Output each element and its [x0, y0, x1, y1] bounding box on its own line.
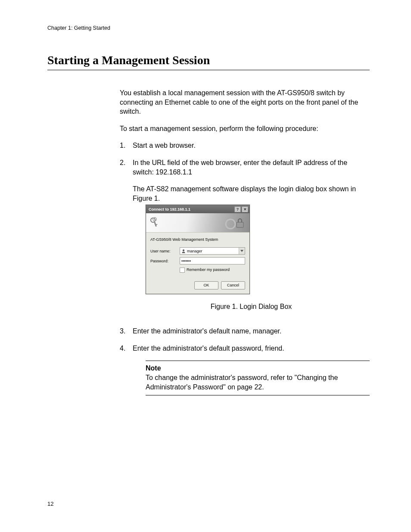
password-label: Password: [150, 258, 180, 264]
username-field[interactable]: manager [180, 247, 245, 255]
page-number: 12 [47, 501, 53, 507]
question-icon: ? [237, 208, 239, 211]
step-1: 1. Start a web browser. [120, 141, 370, 150]
step-number: 4. [120, 344, 133, 353]
dialog-subtitle: AT-GS950/8 Web Management System [150, 237, 245, 242]
svg-rect-1 [154, 221, 157, 227]
step-subtext: The AT-S82 management software displays … [133, 184, 370, 203]
login-dialog: Connect to 192.168.1.1 ? ✕ [146, 205, 250, 294]
section-title: Starting a Management Session [47, 53, 370, 70]
username-dropdown[interactable] [239, 248, 245, 254]
figure-login-dialog: Connect to 192.168.1.1 ? ✕ [146, 205, 370, 294]
remember-label: Remember my password [187, 267, 230, 272]
close-icon: ✕ [243, 208, 247, 211]
note-block: Note To change the administrator's passw… [146, 361, 370, 395]
user-icon [181, 249, 186, 253]
figure-caption: Figure 1. Login Dialog Box [133, 302, 370, 311]
step-text: Start a web browser. [133, 141, 370, 150]
password-value: ••••••• [181, 258, 191, 264]
dialog-banner [146, 213, 249, 233]
username-value: manager [187, 249, 202, 254]
step-number: 3. [120, 327, 133, 336]
step-2: 2. In the URL field of the web browser, … [120, 158, 370, 319]
lock-graphic-icon [224, 215, 247, 230]
note-text: To change the administrator's password, … [146, 373, 370, 392]
step-text: In the URL field of the web browser, ent… [133, 158, 370, 177]
step-text: Enter the administrator's default passwo… [133, 344, 370, 353]
dialog-titlebar: Connect to 192.168.1.1 ? ✕ [146, 205, 249, 213]
remember-checkbox[interactable] [180, 268, 185, 273]
username-label: User name: [150, 249, 180, 254]
note-label: Note [146, 364, 370, 373]
ok-button[interactable]: OK [194, 281, 218, 289]
chevron-down-icon [240, 250, 243, 252]
svg-rect-4 [237, 222, 243, 227]
step-4: 4. Enter the administrator's default pas… [120, 344, 370, 353]
keys-icon [149, 217, 161, 229]
svg-point-6 [183, 249, 184, 251]
password-field[interactable]: ••••••• [180, 257, 245, 264]
cancel-button[interactable]: Cancel [221, 281, 245, 289]
running-header: Chapter 1: Getting Started [47, 25, 370, 31]
dialog-title: Connect to 192.168.1.1 [149, 207, 190, 212]
step-3: 3. Enter the administrator's default nam… [120, 327, 370, 336]
step-number: 1. [120, 141, 133, 150]
close-button[interactable]: ✕ [242, 206, 248, 212]
intro-paragraph: You establish a local management session… [120, 88, 370, 116]
step-number: 2. [120, 158, 133, 319]
help-button[interactable]: ? [234, 206, 241, 212]
svg-point-5 [226, 219, 235, 229]
lead-paragraph: To start a management session, perform t… [120, 124, 370, 134]
step-text: Enter the administrator's default name, … [133, 327, 370, 336]
